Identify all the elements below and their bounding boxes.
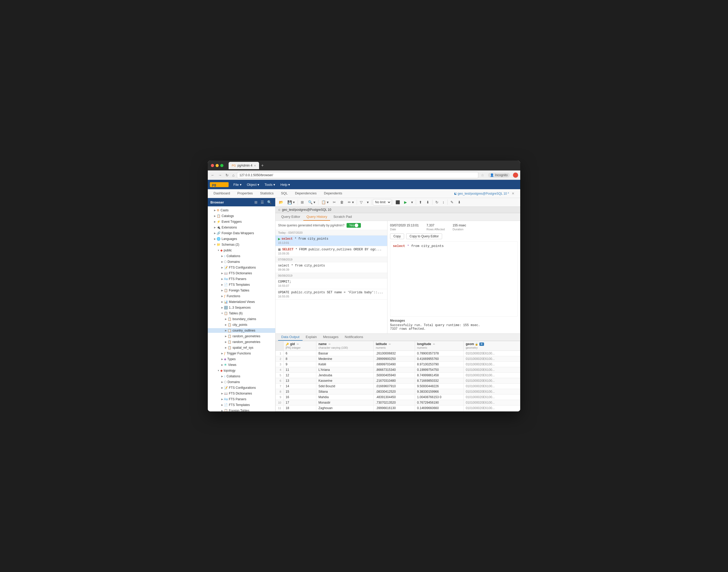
tree-row-sequences[interactable]: ▶ 🔢 1..3 Sequences [208, 305, 275, 310]
copy-button[interactable]: Copy [390, 233, 404, 239]
tree-expand-topo-fts-config[interactable]: ▶ [220, 386, 224, 389]
tree-row-views[interactable]: ▶ 👁 Views [208, 362, 275, 367]
history-entry-4[interactable]: UPDATE public.city_points SET name = 'Fl… [275, 289, 387, 300]
tree-expand-fdw[interactable]: ▶ [213, 232, 217, 234]
menu-help[interactable]: Help ▾ [278, 182, 293, 188]
tree-row-topo-fts-parsers[interactable]: ▶ Aa FTS Parsers [208, 397, 275, 402]
tree-expand-city-points[interactable]: ▶ [224, 324, 227, 326]
home-button[interactable]: ⌂ [231, 172, 236, 178]
table-row[interactable]: 8 15 Siliana .08330412520 9.38330159966 … [276, 389, 520, 395]
reload-button[interactable]: ↻ [224, 172, 229, 178]
limit-select[interactable]: No limit 100 500 1000 [373, 199, 391, 205]
tree-row-topology[interactable]: ▼ ◆ topology [208, 368, 275, 373]
tree-expand-casts[interactable]: ▶ [213, 209, 217, 212]
geo-tab-close-icon[interactable]: ✕ [512, 192, 515, 196]
tree-expand-topo-domains[interactable]: ▶ [220, 381, 224, 383]
tree-row-public[interactable]: ▼ ◆ public [208, 248, 275, 253]
table-row[interactable]: 1 6 Bassar .26100006832 0.78900357378 01… [276, 351, 520, 356]
tree-expand-tables[interactable]: ▼ [220, 312, 224, 314]
toggle-button[interactable]: Yes [346, 223, 361, 228]
toolbar-macro-button[interactable]: ✎ [449, 199, 455, 205]
table-row[interactable]: 11 18 Zaghouan .39996616130 0.1469966066… [276, 406, 520, 411]
tab-dashboard[interactable]: Dashboard [210, 189, 234, 198]
toolbar-cut-button[interactable]: ✂ [331, 199, 338, 205]
close-button[interactable] [211, 164, 214, 167]
forward-button[interactable]: → [217, 172, 223, 178]
tree-expand-public[interactable]: ▼ [217, 249, 220, 252]
menu-file[interactable]: File ▾ [231, 182, 244, 188]
tab-geo-query[interactable]: ⬕ geo_test/postgres@PostgreSQL 10 * ✕ [451, 190, 518, 198]
history-entry-2[interactable]: select * from city_points 09:06:39 [275, 262, 387, 273]
tree-row-random-geom1[interactable]: ▶ 📋 random_geometries [208, 334, 275, 339]
table-row[interactable]: 2 8 Medenine .39999900250 0.41669955760 … [276, 356, 520, 362]
subtab-query-editor[interactable]: Query Editor [278, 213, 303, 221]
bottom-tab-data-output[interactable]: Data Output [278, 334, 303, 341]
copy-to-editor-button[interactable]: Copy to Query Editor [406, 233, 442, 239]
tree-row-random-geom2[interactable]: ▶ 📋 random_geometries [208, 340, 275, 344]
toolbar-download-button[interactable]: ⬇ [424, 199, 431, 205]
subtab-scratch-pad[interactable]: Scratch Pad [330, 213, 355, 221]
minimize-button[interactable] [216, 164, 219, 167]
tree-row-fts-parsers[interactable]: ▶ Aa FTS Parsers [208, 277, 275, 281]
active-tab[interactable]: PG pgAdmin 4 ✕ [228, 162, 259, 169]
tree-expand-topo-collations[interactable]: ▶ [220, 375, 224, 378]
toolbar-upload-button[interactable]: ⬆ [417, 199, 424, 205]
menu-object[interactable]: Object ▾ [244, 182, 262, 188]
toolbar-export-button[interactable]: ⬇ [456, 199, 463, 205]
address-bar[interactable]: 127.0.0.1:5050/browser/ [237, 172, 478, 178]
toolbar-edit-button[interactable]: ✏ ▾ [346, 199, 356, 205]
tab-dependencies[interactable]: Dependencies [291, 189, 320, 198]
tree-row-casts[interactable]: ▶ ⚙ Casts [208, 208, 275, 213]
table-row[interactable]: 10 17 Monastir .73070213520 0.7672945619… [276, 400, 520, 406]
toolbar-commit-button[interactable]: ↻ [434, 199, 440, 205]
toolbar-find-button[interactable]: 🔍 ▾ [306, 199, 317, 205]
back-button[interactable]: ← [210, 172, 216, 178]
tree-row-city-points[interactable]: ▶ 📋 city_points [208, 323, 275, 327]
sidebar-refresh-button[interactable]: ⊞ [253, 200, 259, 205]
sidebar-search-button[interactable]: 🔍 [266, 200, 273, 205]
tree-row-spatial-ref[interactable]: ▶ 📋 spatial_ref_sys [208, 345, 275, 350]
table-row[interactable]: 12 19 Tây Ninh .32299910940 6.1469996830… [276, 411, 520, 412]
tree-expand-types[interactable]: ▶ [220, 358, 224, 360]
tree-expand-catalogs[interactable]: ▶ [213, 215, 217, 217]
tree-expand-random-geom1[interactable]: ▶ [224, 335, 227, 338]
tree-row-topo-fts-templates[interactable]: ▶ 📄 FTS Templates [208, 403, 275, 407]
tree-expand-topo-fts-templates[interactable]: ▶ [220, 404, 224, 406]
table-row[interactable]: 9 16 Mahdia .48391304450 1.00408766153 0… [276, 395, 520, 400]
tree-expand-spatial-ref[interactable]: ▶ [224, 346, 227, 349]
table-row[interactable]: 3 9 Kebili .68999703490 8.97100253790 01… [276, 362, 520, 367]
tree-expand-foreign-tables[interactable]: ▶ [220, 289, 224, 292]
tab-properties[interactable]: Properties [234, 189, 257, 198]
tree-row-fdw[interactable]: ▶ 🔗 Foreign Data Wrappers [208, 231, 275, 235]
table-row[interactable]: 6 13 Kasserine .21670310480 8.7166985033… [276, 378, 520, 383]
tree-row-functions[interactable]: ▶ ƒ Functions [208, 294, 275, 298]
tab-statistics[interactable]: Statistics [257, 189, 277, 198]
col-edit-gid[interactable]: ✏ [297, 343, 299, 346]
tree-row-trigger-functions[interactable]: ▶ ƒ Trigger Functions [208, 351, 275, 356]
tree-expand-schemas[interactable]: ▼ [213, 243, 217, 246]
bookmark-icon[interactable]: ☆ [481, 173, 484, 177]
tree-expand-mat-views[interactable]: ▶ [220, 301, 224, 303]
tree-expand-topo-fts-parsers[interactable]: ▶ [220, 398, 224, 401]
toolbar-delete-button[interactable]: 🗑 [338, 199, 345, 205]
tree-expand-random-geom2[interactable]: ▶ [224, 341, 227, 343]
tree-expand-extensions[interactable]: ▶ [213, 226, 217, 229]
new-tab-button[interactable]: + [261, 163, 264, 168]
tree-expand-sequences[interactable]: ▶ [220, 306, 224, 309]
tree-expand-topo-fts-dict[interactable]: ▶ [220, 392, 224, 395]
toolbar-open-button[interactable]: 📂 [277, 199, 285, 205]
sidebar-list-button[interactable]: ☰ [260, 200, 265, 205]
toolbar-save-button[interactable]: 💾 ▾ [286, 199, 296, 205]
tree-row-domains[interactable]: ▶ ⬡ Domains [208, 260, 275, 264]
tree-expand-topology[interactable]: ▼ [217, 369, 220, 372]
tree-row-foreign-tables[interactable]: ▶ 📋 Foreign Tables [208, 288, 275, 293]
tree-row-topo-collations[interactable]: ▶ ↕ Collations [208, 374, 275, 379]
tree-expand-fts-dict[interactable]: ▶ [220, 272, 224, 275]
toolbar-filter-button[interactable]: ▽ [358, 199, 365, 205]
history-entry-3[interactable]: COMMIT; 16:55:07 [275, 278, 387, 289]
tree-expand-domains[interactable]: ▶ [220, 261, 224, 263]
tree-expand-languages[interactable]: ▶ [213, 237, 217, 240]
tree-expand-views[interactable]: ▶ [220, 364, 224, 366]
tree-row-collations[interactable]: ▶ ↕ Collations [208, 254, 275, 259]
tree-expand-trigger-functions[interactable]: ▶ [220, 352, 224, 355]
